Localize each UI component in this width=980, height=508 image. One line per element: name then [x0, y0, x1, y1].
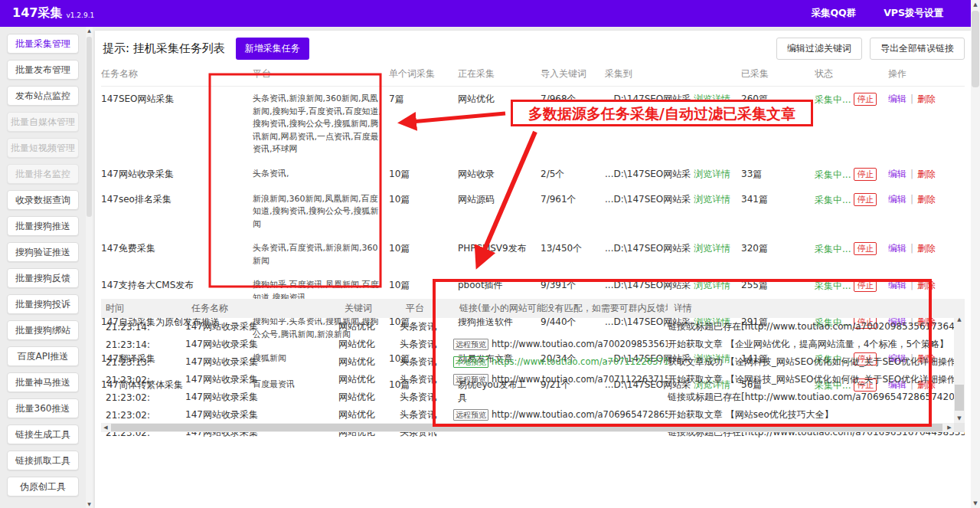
- nav-qq-group[interactable]: 采集QQ群: [811, 7, 856, 20]
- task-stop-button[interactable]: 停止: [854, 279, 877, 292]
- logs-column-1: 任务名称: [185, 299, 338, 318]
- task-view-detail-link[interactable]: 浏览详情: [694, 194, 730, 205]
- task-platforms-cell: 头条资讯,: [253, 162, 389, 187]
- logs-column-5: 详情: [668, 299, 965, 318]
- task-delete-link[interactable]: 删除: [917, 169, 936, 179]
- log-link-url[interactable]: http://www.toutiao.com/a7069654728657420…: [492, 409, 668, 420]
- logs-scroll-right-icon[interactable]: ▶: [945, 423, 954, 432]
- sidebar-item-15[interactable]: 链接生成工具: [7, 424, 79, 444]
- logs-scroll-left-icon[interactable]: ◀: [101, 423, 110, 432]
- logs-scroll-up-icon[interactable]: ▲: [954, 316, 965, 324]
- task-delete-link[interactable]: 删除: [917, 280, 936, 290]
- task-keywords-cell: 7/968个: [541, 87, 605, 162]
- task-edit-link[interactable]: 编辑: [888, 169, 906, 179]
- sidebar-scroll-down-icon[interactable]: ▼: [86, 500, 93, 508]
- task-per-word-cell: 10篇: [389, 187, 458, 237]
- sidebar-item-3: 批量自媒体管理: [7, 112, 79, 132]
- log-preview-tag[interactable]: 远程预览: [453, 339, 488, 350]
- log-platform-cell: 头条资讯: [400, 406, 453, 424]
- logs-vscroll-thumb[interactable]: [955, 385, 964, 411]
- export-error-links-button[interactable]: 导出全部错误链接: [870, 38, 965, 60]
- task-view-detail-link[interactable]: 浏览详情: [694, 93, 730, 104]
- sidebar-item-16[interactable]: 链接抓取工具: [7, 451, 79, 470]
- page-scrollbar[interactable]: ▲ ▼: [971, 0, 980, 508]
- task-ops-cell: 编辑|删除: [888, 162, 965, 187]
- nav-vps-settings[interactable]: VPS拨号设置: [884, 7, 943, 20]
- task-delete-link[interactable]: 删除: [917, 243, 936, 254]
- task-edit-link[interactable]: 编辑: [888, 243, 906, 254]
- task-save-path-cell: ...D:\147SEO网站采 浏览详情: [605, 87, 741, 162]
- task-stop-button[interactable]: 停止: [854, 242, 877, 255]
- page-scroll-thumb[interactable]: [972, 11, 979, 87]
- tasks-column-4: 导入关键词: [541, 64, 605, 87]
- task-save-path: ...D:\147SEO网站采: [605, 243, 694, 254]
- task-view-detail-link[interactable]: 浏览详情: [694, 169, 730, 179]
- sidebar-item-7[interactable]: 批量搜狗推送: [7, 216, 79, 236]
- log-time-cell: 21:23:02:: [101, 406, 185, 424]
- task-edit-link[interactable]: 编辑: [888, 93, 906, 104]
- sidebar-scroll-up-icon[interactable]: ▲: [86, 27, 93, 34]
- toolbar: 提示: 挂机采集任务列表 新增采集任务 编辑过滤关键词 导出全部错误链接: [103, 37, 965, 60]
- task-platforms-cell: 头条资讯,新浪新闻,360新闻,凤凰新闻,搜狗知乎,百度资讯,百度知道,搜狗资讯…: [253, 87, 389, 162]
- new-task-button[interactable]: 新增采集任务: [236, 38, 309, 60]
- task-status-cell: 采集中...停止: [815, 187, 888, 237]
- task-collected-cell: 260篇: [741, 87, 815, 162]
- sidebar-item-8[interactable]: 搜狗验证推送: [7, 242, 79, 262]
- task-row: 147seo排名采集新浪新闻,360新闻,凤凰新闻,百度知道,搜狗资讯,搜狗公众…: [101, 187, 965, 237]
- task-ops-cell: 编辑|删除: [888, 236, 965, 273]
- log-preview-tag[interactable]: 本地预览: [453, 356, 488, 368]
- logs-vertical-scrollbar[interactable]: ▲ ▼: [954, 316, 965, 423]
- sidebar-scrollbar[interactable]: ▲ ▼: [86, 27, 93, 508]
- task-edit-link[interactable]: 编辑: [888, 194, 906, 205]
- task-delete-link[interactable]: 删除: [917, 93, 936, 104]
- task-collecting-cell: 网站优化: [458, 87, 541, 162]
- sidebar-item-0[interactable]: 批量采集管理: [7, 34, 79, 54]
- log-preview-tag[interactable]: 远程预览: [453, 409, 488, 421]
- log-link-url[interactable]: https://www.toutiao.com/a707112263715771…: [492, 356, 668, 367]
- page-scroll-down-icon[interactable]: ▼: [971, 499, 980, 508]
- task-view-detail-link[interactable]: 浏览详情: [694, 243, 730, 254]
- sidebar-item-1[interactable]: 批量发布管理: [7, 60, 79, 80]
- app-header: 147采集 v1.2.9.1 采集QQ群 VPS拨号设置: [0, 0, 971, 27]
- logs-column-4: 链接(量小的网站可能没有匹配，如需要可群内反馈增加规则): [453, 299, 668, 318]
- page-scroll-up-icon[interactable]: ▲: [971, 0, 980, 9]
- task-stop-button[interactable]: 停止: [854, 168, 877, 181]
- app-version: v1.2.9.1: [66, 11, 94, 19]
- log-platform-cell: 头条资讯: [400, 318, 453, 336]
- task-stop-button[interactable]: 停止: [854, 93, 877, 106]
- log-link-url[interactable]: http://www.toutiao.com/a7071122637157712…: [492, 374, 668, 385]
- sidebar-scroll-thumb[interactable]: [87, 37, 92, 217]
- task-save-path: ...D:\147SEO网站采: [605, 169, 694, 179]
- logs-hscroll-thumb[interactable]: [111, 424, 942, 431]
- log-task-cell: 147网站收录采集: [185, 353, 338, 371]
- sidebar-item-2[interactable]: 发布站点监控: [7, 86, 79, 106]
- sidebar-item-11[interactable]: 批量搜狗绑站: [7, 320, 79, 340]
- ops-separator: |: [910, 194, 913, 205]
- task-name-cell: 147seo排名采集: [101, 187, 253, 237]
- sidebar-item-4: 批量短视频管理: [7, 138, 79, 158]
- log-keyword-cell: 网站优化: [338, 336, 400, 353]
- sidebar-item-6[interactable]: 收录数据查询: [7, 190, 79, 210]
- task-edit-link[interactable]: 编辑: [888, 280, 906, 290]
- task-stop-button[interactable]: 停止: [854, 193, 877, 206]
- sidebar-item-10[interactable]: 批量搜狗投诉: [7, 294, 79, 314]
- sidebar-item-14[interactable]: 批量360推送: [7, 398, 79, 418]
- toolbar-right: 编辑过滤关键词 导出全部错误链接: [776, 38, 965, 60]
- log-row: 21:23:14:147网站收录采集网站优化头条资讯远程预览http://www…: [101, 336, 965, 353]
- log-task-cell: 147网站收录采集: [185, 388, 338, 406]
- log-detail-cell: 开始获取文章 【企业网站优化，提高网站流量，4个标准，5个策略】: [668, 336, 965, 353]
- log-link-url[interactable]: http://www.toutiao.com/a7002098535617364…: [492, 339, 668, 349]
- logs-head-row: 时间任务名称关键词平台链接(量小的网站可能没有匹配，如需要可群内反馈增加规则)详…: [101, 299, 965, 318]
- log-preview-tag[interactable]: 远程预览: [453, 374, 488, 385]
- task-per-word-cell: 10篇: [389, 236, 458, 273]
- task-ops-cell: 编辑|删除: [888, 187, 965, 237]
- edit-filter-keywords-button[interactable]: 编辑过滤关键词: [776, 38, 862, 60]
- sidebar-item-9[interactable]: 批量搜狗反馈: [7, 268, 79, 288]
- sidebar-item-17[interactable]: 伪原创工具: [7, 477, 79, 497]
- logs-scroll-down-icon[interactable]: ▼: [954, 415, 965, 423]
- logs-horizontal-scrollbar[interactable]: ◀ ▶: [101, 423, 954, 432]
- task-delete-link[interactable]: 删除: [917, 194, 936, 205]
- task-view-detail-link[interactable]: 浏览详情: [694, 280, 730, 290]
- sidebar-item-12[interactable]: 百度API推送: [7, 346, 79, 366]
- sidebar-item-13[interactable]: 批量神马推送: [7, 372, 79, 392]
